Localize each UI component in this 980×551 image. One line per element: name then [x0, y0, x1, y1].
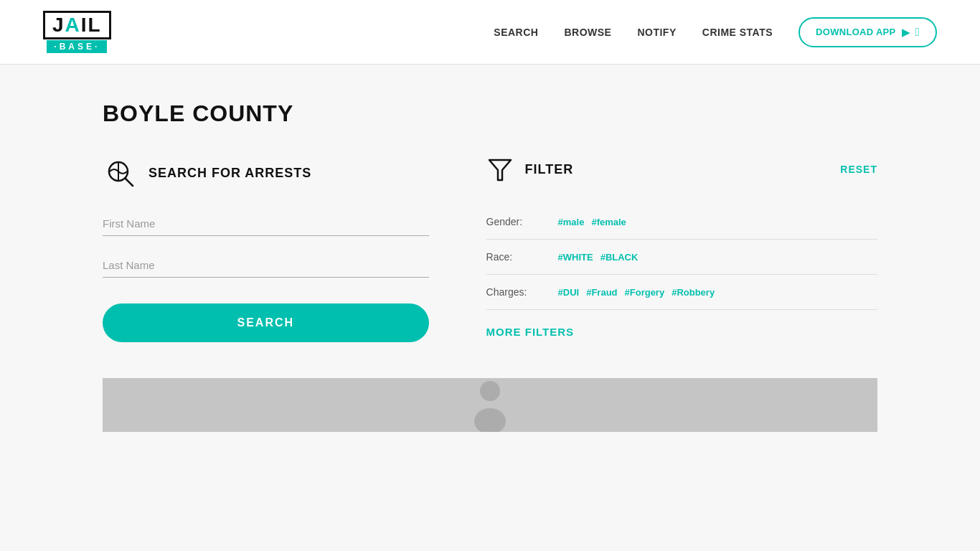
charge-forgery-tag[interactable]: #Forgery	[625, 287, 665, 298]
last-name-input[interactable]	[103, 253, 429, 278]
search-label: SEARCH FOR ARRESTS	[149, 166, 311, 181]
charge-dui-tag[interactable]: #DUI	[558, 287, 580, 298]
apple-icon: 	[915, 26, 920, 39]
photo-strip	[103, 378, 877, 457]
gender-label: Gender:	[486, 216, 544, 227]
filter-section: FILTER RESET Gender: #male #female Race:…	[486, 156, 877, 342]
more-filters-button[interactable]: MORE FILTERS	[486, 326, 575, 338]
charges-label: Charges:	[486, 286, 544, 298]
page-title: BOYLE COUNTY	[103, 100, 877, 127]
charges-tags: #DUI #Fraud #Forgery #Robbery	[558, 287, 715, 298]
gender-tags: #male #female	[558, 217, 626, 227]
svg-point-4	[480, 381, 500, 401]
filter-icon	[486, 156, 514, 183]
race-black-tag[interactable]: #BLACK	[600, 252, 639, 263]
race-label: Race:	[486, 251, 544, 263]
logo[interactable]: JAIL ·BASE·	[43, 11, 111, 54]
download-app-button[interactable]: DOWNLOAD APP ▶ 	[798, 17, 937, 47]
race-tags: #WHITE #BLACK	[558, 252, 639, 263]
download-app-label: DOWNLOAD APP	[816, 27, 895, 37]
svg-line-1	[126, 179, 133, 186]
svg-point-5	[474, 408, 506, 432]
charge-robbery-tag[interactable]: #Robbery	[672, 287, 715, 298]
race-white-tag[interactable]: #WHITE	[558, 252, 593, 263]
filter-title-wrap: FILTER	[486, 156, 574, 183]
filter-label: FILTER	[525, 162, 574, 177]
photo-item-1[interactable]	[103, 378, 877, 432]
search-section: SEARCH FOR ARRESTS SEARCH	[103, 156, 429, 342]
race-filter-row: Race: #WHITE #BLACK	[486, 240, 877, 275]
last-name-field[interactable]	[103, 253, 429, 278]
search-button[interactable]: SEARCH	[103, 303, 429, 342]
gender-male-tag[interactable]: #male	[558, 217, 585, 227]
logo-base-text: ·BASE·	[47, 40, 107, 53]
nav-browse[interactable]: BROWSE	[564, 27, 611, 38]
nav-search[interactable]: SEARCH	[494, 27, 538, 38]
play-icon: ▶	[902, 27, 910, 38]
nav-crime-stats[interactable]: CRIME STATS	[702, 27, 773, 38]
search-icon	[103, 156, 137, 190]
gender-filter-row: Gender: #male #female	[486, 204, 877, 240]
first-name-input[interactable]	[103, 212, 429, 236]
charges-filter-row: Charges: #DUI #Fraud #Forgery #Robbery	[486, 275, 877, 310]
nav-notify[interactable]: NOTIFY	[637, 27, 676, 38]
reset-button[interactable]: RESET	[840, 164, 877, 175]
main-nav: SEARCH BROWSE NOTIFY CRIME STATS DOWNLOA…	[494, 17, 937, 47]
silhouette-icon	[468, 378, 512, 432]
first-name-field[interactable]	[103, 212, 429, 236]
logo-jail-text: JAIL	[43, 11, 111, 40]
charge-fraud-tag[interactable]: #Fraud	[586, 287, 617, 298]
svg-marker-3	[489, 160, 511, 180]
gender-female-tag[interactable]: #female	[591, 217, 626, 227]
